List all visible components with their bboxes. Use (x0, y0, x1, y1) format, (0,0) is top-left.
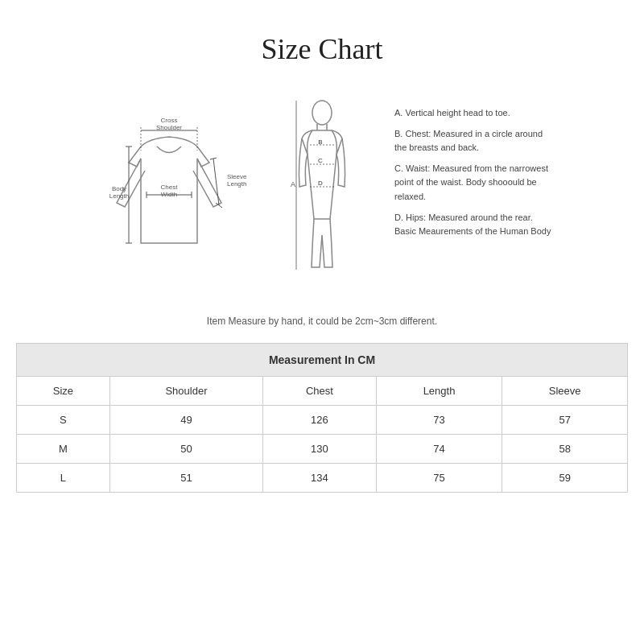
note-c: C. Waist: Measured from the narrowest po… (394, 162, 555, 204)
svg-text:Width: Width (161, 191, 177, 198)
note-a: A. Vertical height head to toe. (394, 106, 555, 121)
diagram-section: Cross Shoulder Body Length Chest Width S… (0, 90, 644, 308)
col-size: Size (17, 377, 109, 406)
table-row: M501307458 (17, 435, 627, 464)
svg-text:Sleeve: Sleeve (227, 173, 247, 180)
size-table-wrapper: Measurement In CM Size Shoulder Chest Le… (16, 343, 628, 493)
svg-text:Length: Length (109, 192, 129, 200)
note-d: D. Hips: Measured around the rear. Basic… (394, 211, 555, 239)
svg-text:Cross: Cross (161, 117, 178, 124)
svg-text:Length: Length (227, 180, 246, 188)
col-chest: Chest (263, 377, 377, 406)
col-sleeve: Sleeve (502, 377, 627, 406)
svg-text:Body: Body (112, 185, 126, 192)
svg-text:C: C (318, 157, 323, 164)
svg-point-20 (312, 101, 332, 125)
col-shoulder: Shoulder (109, 377, 262, 406)
svg-text:A: A (291, 180, 295, 188)
svg-text:Chest: Chest (161, 184, 179, 191)
table-row: S491267357 (17, 406, 627, 435)
table-row: L511347559 (17, 464, 627, 493)
table-header: Measurement In CM (17, 344, 627, 377)
garment-diagram: Cross Shoulder Body Length Chest Width S… (89, 98, 250, 275)
size-table: Size Shoulder Chest Length Sleeve S49126… (17, 377, 627, 492)
col-length: Length (376, 377, 502, 406)
svg-text:Shoulder: Shoulder (156, 124, 182, 131)
svg-text:B: B (318, 138, 322, 146)
svg-text:D: D (318, 180, 323, 187)
page-title: Size Chart (0, 0, 644, 90)
disclaimer: Item Measure by hand, it could be 2cm~3c… (0, 308, 644, 343)
measurement-notes: A. Vertical height head to toe. B. Chest… (394, 98, 555, 246)
table-header-row: Size Shoulder Chest Length Sleeve (17, 377, 627, 406)
svg-line-9 (213, 159, 219, 205)
body-diagram: A B C D (282, 98, 362, 291)
note-b: B. Chest: Measured in a circle around th… (394, 127, 555, 155)
